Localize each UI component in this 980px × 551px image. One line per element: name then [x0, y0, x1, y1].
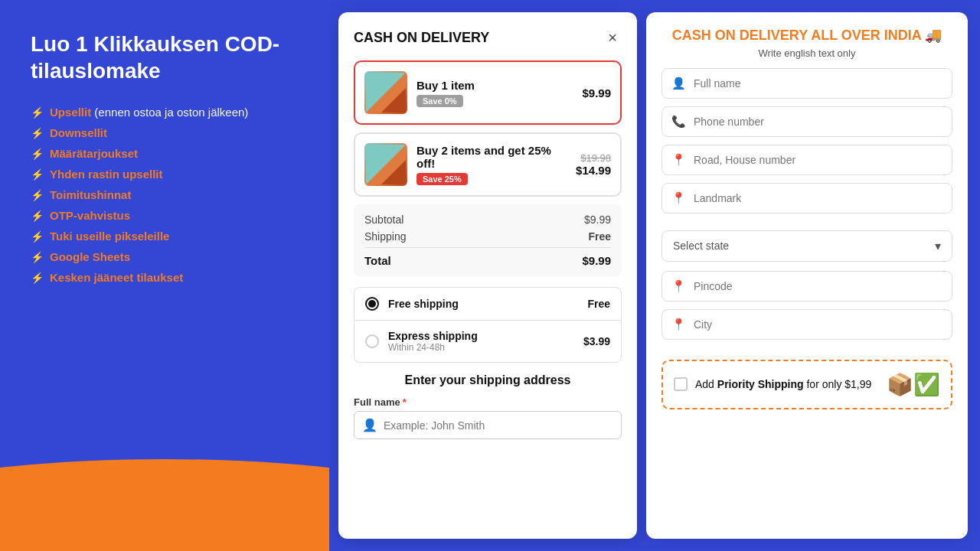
radio-button[interactable] — [365, 297, 379, 311]
right-panel: CASH ON DELIVERY ALL OVER INDIA 🚚 Write … — [646, 12, 968, 539]
feature-label: Yhden rastin upsellit — [50, 168, 163, 181]
total-row: Total $9.99 — [364, 247, 611, 267]
pincode-icon: 📍 — [671, 279, 686, 293]
road-input[interactable] — [694, 154, 942, 166]
save-badge: Save 0% — [416, 95, 463, 107]
original-price: $19.98 — [576, 152, 611, 164]
feature-item: ⚡OTP-vahvistus — [31, 209, 299, 222]
feature-item: ⚡Tuki useille pikseleille — [31, 230, 299, 243]
pincode-field[interactable]: 📍 — [662, 271, 952, 302]
bolt-icon: ⚡ — [31, 210, 44, 222]
full-name-icon: 👤 — [671, 77, 686, 90]
product-card[interactable]: Buy 2 items and get 25% off! Save 25% $1… — [354, 132, 622, 197]
left-title: Luo 1 Klikkauksen COD-tilauslomake — [31, 31, 299, 84]
address-form: Enter your shipping address Full name * … — [354, 373, 622, 439]
chevron-down-icon: ▾ — [935, 239, 941, 253]
phone-input[interactable] — [694, 116, 942, 128]
right-fields: 👤 📞 📍 📍 — [662, 68, 952, 221]
feature-item: ⚡Google Sheets — [31, 250, 299, 263]
phone-field[interactable]: 📞 — [662, 106, 952, 137]
priority-shipping-box[interactable]: Add Priority Shipping for only $1,99 📦✅ — [662, 360, 952, 409]
road-field[interactable]: 📍 — [662, 145, 952, 175]
product-price: $19.98 $14.99 — [576, 152, 611, 177]
shipping-info: Free shipping — [388, 298, 578, 310]
feature-label: Toimitushinnat — [50, 188, 131, 201]
feature-label: Kesken jääneet tilaukset — [50, 271, 183, 284]
save-badge: Save 25% — [416, 173, 468, 185]
person-icon: 👤 — [362, 418, 377, 432]
feature-item: ⚡Yhden rastin upsellit — [31, 168, 299, 181]
current-price: $9.99 — [582, 86, 611, 99]
product-list: Buy 1 item Save 0% $9.99 Buy 2 items and… — [354, 60, 622, 197]
box-icon: 📦✅ — [887, 372, 940, 397]
right-subtitle: Write english text only — [662, 47, 952, 59]
feature-label: Google Sheets — [50, 250, 130, 263]
city-input[interactable] — [694, 318, 942, 331]
current-price: $14.99 — [576, 164, 611, 177]
right-fields2: 📍 📍 — [662, 271, 952, 347]
state-select-wrap[interactable]: Select state ▾ — [662, 230, 952, 262]
pincode-input[interactable] — [694, 280, 942, 292]
bolt-icon: ⚡ — [31, 168, 44, 181]
landmark-field[interactable]: 📍 — [662, 183, 952, 214]
modal-header: CASH ON DELIVERY × — [354, 28, 622, 48]
address-title: Enter your shipping address — [354, 373, 622, 387]
road-icon: 📍 — [671, 153, 686, 167]
left-panel: Luo 1 Klikkauksen COD-tilauslomake ⚡Upse… — [0, 0, 329, 551]
product-name: Buy 2 items and get 25% off! — [416, 144, 567, 170]
feature-list: ⚡Upsellit (ennen ostoa ja oston jälkeen)… — [31, 106, 299, 284]
bolt-icon: ⚡ — [31, 148, 44, 160]
shipping-name: Free shipping — [388, 298, 578, 310]
shipping-label: Shipping — [364, 230, 407, 243]
feature-item: ⚡Upsellit (ennen ostoa ja oston jälkeen) — [31, 106, 299, 119]
phone-icon: 📞 — [671, 115, 686, 129]
bolt-icon: ⚡ — [31, 251, 44, 263]
total-label: Total — [364, 254, 391, 267]
feature-label: Tuki useille pikseleille — [50, 230, 169, 243]
landmark-input[interactable] — [694, 192, 942, 204]
shipping-row: Shipping Free — [364, 230, 611, 243]
subtotal-row: Subtotal $9.99 — [364, 214, 611, 226]
product-info: Buy 1 item Save 0% — [416, 79, 573, 107]
full-name-field[interactable]: 👤 — [662, 68, 952, 99]
priority-text: Add Priority Shipping for only $1,99 — [695, 378, 879, 390]
full-name-input[interactable] — [694, 77, 942, 90]
feature-item: ⚡Toimitushinnat — [31, 188, 299, 201]
bolt-icon: ⚡ — [31, 106, 44, 119]
state-select[interactable]: Select state — [673, 240, 935, 252]
bolt-icon: ⚡ — [31, 230, 44, 243]
total-value: $9.99 — [582, 254, 611, 267]
shipping-name: Express shipping — [388, 330, 574, 342]
product-card[interactable]: Buy 1 item Save 0% $9.99 — [354, 60, 622, 125]
full-name-label: Full name * — [354, 396, 622, 408]
order-summary: Subtotal $9.99 Shipping Free Total $9.99 — [354, 204, 622, 276]
feature-label: Upsellit (ennen ostoa ja oston jälkeen) — [50, 106, 248, 119]
city-field[interactable]: 📍 — [662, 309, 952, 340]
product-info: Buy 2 items and get 25% off! Save 25% — [416, 144, 567, 185]
bolt-icon: ⚡ — [31, 189, 44, 201]
shipping-price: Free — [587, 298, 610, 310]
feature-item: ⚡Kesken jääneet tilaukset — [31, 271, 299, 284]
cash-on-delivery-modal: CASH ON DELIVERY × Buy 1 item Save 0% $9… — [338, 12, 637, 539]
full-name-field[interactable]: 👤 — [354, 411, 622, 439]
city-icon: 📍 — [671, 318, 686, 331]
close-button[interactable]: × — [603, 28, 622, 48]
feature-label: Määrätarjoukset — [50, 147, 138, 160]
shipping-info: Express shipping Within 24-48h — [388, 330, 574, 353]
radio-inner — [368, 300, 376, 308]
landmark-icon: 📍 — [671, 191, 686, 205]
product-price: $9.99 — [582, 86, 611, 99]
product-image — [364, 143, 407, 186]
shipping-option[interactable]: Free shipping Free — [354, 288, 621, 321]
radio-button[interactable] — [365, 334, 379, 348]
shipping-sub: Within 24-48h — [388, 342, 574, 353]
shipping-option[interactable]: Express shipping Within 24-48h $3.99 — [354, 321, 621, 362]
priority-checkbox[interactable] — [674, 377, 688, 391]
subtotal-label: Subtotal — [364, 214, 403, 226]
product-image — [364, 71, 407, 114]
right-title: CASH ON DELIVERY ALL OVER INDIA 🚚 — [662, 28, 952, 44]
feature-item: ⚡Downsellit — [31, 126, 299, 139]
full-name-input[interactable] — [384, 419, 613, 432]
subtotal-value: $9.99 — [584, 214, 611, 226]
shipping-price: $3.99 — [583, 335, 610, 347]
